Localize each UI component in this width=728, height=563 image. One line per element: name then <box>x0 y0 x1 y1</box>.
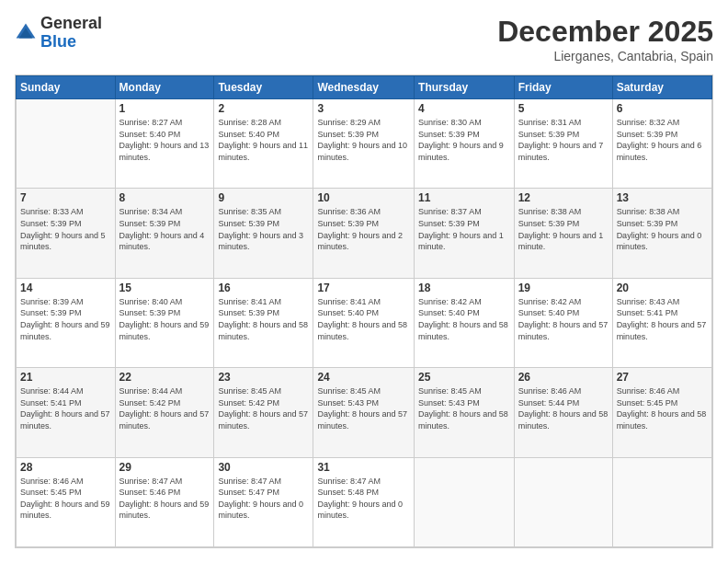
calendar-cell: 11Sunrise: 8:37 AM Sunset: 5:39 PM Dayli… <box>415 189 515 278</box>
calendar-cell: 21Sunrise: 8:44 AM Sunset: 5:41 PM Dayli… <box>17 368 116 457</box>
day-info: Sunrise: 8:36 AM Sunset: 5:39 PM Dayligh… <box>317 206 410 252</box>
calendar-cell: 30Sunrise: 8:47 AM Sunset: 5:47 PM Dayli… <box>214 457 313 546</box>
calendar-cell: 25Sunrise: 8:45 AM Sunset: 5:43 PM Dayli… <box>415 368 515 457</box>
day-number: 23 <box>218 371 309 384</box>
day-number: 15 <box>119 282 210 294</box>
day-number: 7 <box>20 191 111 204</box>
weekday-header-monday: Monday <box>115 76 214 99</box>
calendar-body: 1Sunrise: 8:27 AM Sunset: 5:40 PM Daylig… <box>17 99 712 547</box>
day-number: 13 <box>617 191 708 204</box>
day-info: Sunrise: 8:45 AM Sunset: 5:43 PM Dayligh… <box>317 385 410 431</box>
day-info: Sunrise: 8:37 AM Sunset: 5:39 PM Dayligh… <box>418 206 510 252</box>
day-info: Sunrise: 8:30 AM Sunset: 5:39 PM Dayligh… <box>418 117 510 163</box>
day-number: 5 <box>518 102 609 115</box>
calendar-cell: 14Sunrise: 8:39 AM Sunset: 5:39 PM Dayli… <box>17 278 116 367</box>
calendar-cell: 3Sunrise: 8:29 AM Sunset: 5:39 PM Daylig… <box>313 99 415 189</box>
day-info: Sunrise: 8:33 AM Sunset: 5:39 PM Dayligh… <box>20 206 111 252</box>
calendar-cell: 2Sunrise: 8:28 AM Sunset: 5:40 PM Daylig… <box>214 99 313 189</box>
calendar-cell: 5Sunrise: 8:31 AM Sunset: 5:39 PM Daylig… <box>514 99 612 189</box>
logo-blue: Blue <box>40 33 102 52</box>
day-number: 14 <box>20 282 111 294</box>
calendar-cell: 1Sunrise: 8:27 AM Sunset: 5:40 PM Daylig… <box>115 99 214 189</box>
calendar-cell: 4Sunrise: 8:30 AM Sunset: 5:39 PM Daylig… <box>415 99 515 189</box>
calendar: SundayMondayTuesdayWednesdayThursdayFrid… <box>15 75 713 548</box>
calendar-cell: 6Sunrise: 8:32 AM Sunset: 5:39 PM Daylig… <box>612 99 711 189</box>
logo-icon <box>15 22 37 44</box>
day-info: Sunrise: 8:46 AM Sunset: 5:44 PM Dayligh… <box>518 385 609 431</box>
calendar-table: SundayMondayTuesdayWednesdayThursdayFrid… <box>16 75 712 547</box>
week-row-1: 7Sunrise: 8:33 AM Sunset: 5:39 PM Daylig… <box>17 189 712 278</box>
day-info: Sunrise: 8:45 AM Sunset: 5:43 PM Dayligh… <box>418 385 510 431</box>
day-number: 16 <box>218 282 309 294</box>
weekday-row: SundayMondayTuesdayWednesdayThursdayFrid… <box>17 76 712 99</box>
calendar-cell: 15Sunrise: 8:40 AM Sunset: 5:39 PM Dayli… <box>115 278 214 367</box>
day-info: Sunrise: 8:29 AM Sunset: 5:39 PM Dayligh… <box>317 117 410 163</box>
day-info: Sunrise: 8:47 AM Sunset: 5:48 PM Dayligh… <box>317 476 410 522</box>
calendar-cell <box>514 457 612 546</box>
day-number: 8 <box>119 191 210 204</box>
weekday-header-friday: Friday <box>514 76 612 99</box>
day-number: 17 <box>317 282 410 294</box>
weekday-header-wednesday: Wednesday <box>313 76 415 99</box>
day-info: Sunrise: 8:47 AM Sunset: 5:46 PM Dayligh… <box>119 476 210 522</box>
day-info: Sunrise: 8:47 AM Sunset: 5:47 PM Dayligh… <box>218 476 309 522</box>
logo: General Blue <box>15 15 102 52</box>
day-number: 22 <box>119 371 210 384</box>
day-info: Sunrise: 8:31 AM Sunset: 5:39 PM Dayligh… <box>518 117 609 163</box>
calendar-cell: 24Sunrise: 8:45 AM Sunset: 5:43 PM Dayli… <box>313 368 415 457</box>
calendar-cell: 17Sunrise: 8:41 AM Sunset: 5:40 PM Dayli… <box>313 278 415 367</box>
day-number: 2 <box>218 102 309 115</box>
day-info: Sunrise: 8:42 AM Sunset: 5:40 PM Dayligh… <box>518 296 609 342</box>
weekday-header-saturday: Saturday <box>612 76 711 99</box>
day-info: Sunrise: 8:38 AM Sunset: 5:39 PM Dayligh… <box>518 206 609 252</box>
day-number: 25 <box>418 371 510 384</box>
week-row-3: 21Sunrise: 8:44 AM Sunset: 5:41 PM Dayli… <box>17 368 712 457</box>
day-info: Sunrise: 8:32 AM Sunset: 5:39 PM Dayligh… <box>617 117 708 163</box>
calendar-cell: 13Sunrise: 8:38 AM Sunset: 5:39 PM Dayli… <box>612 189 711 278</box>
calendar-header: SundayMondayTuesdayWednesdayThursdayFrid… <box>17 76 712 99</box>
day-number: 3 <box>317 102 410 115</box>
day-info: Sunrise: 8:41 AM Sunset: 5:39 PM Dayligh… <box>218 296 309 342</box>
day-info: Sunrise: 8:28 AM Sunset: 5:40 PM Dayligh… <box>218 117 309 163</box>
day-number: 21 <box>20 371 111 384</box>
calendar-cell: 16Sunrise: 8:41 AM Sunset: 5:39 PM Dayli… <box>214 278 313 367</box>
day-info: Sunrise: 8:46 AM Sunset: 5:45 PM Dayligh… <box>617 385 708 431</box>
calendar-cell: 31Sunrise: 8:47 AM Sunset: 5:48 PM Dayli… <box>313 457 415 546</box>
calendar-cell <box>612 457 711 546</box>
weekday-header-tuesday: Tuesday <box>214 76 313 99</box>
day-number: 1 <box>119 102 210 115</box>
calendar-cell: 8Sunrise: 8:34 AM Sunset: 5:39 PM Daylig… <box>115 189 214 278</box>
day-number: 31 <box>317 461 410 474</box>
logo-general: General <box>40 15 102 33</box>
calendar-cell: 12Sunrise: 8:38 AM Sunset: 5:39 PM Dayli… <box>514 189 612 278</box>
calendar-cell: 26Sunrise: 8:46 AM Sunset: 5:44 PM Dayli… <box>514 368 612 457</box>
day-number: 6 <box>617 102 708 115</box>
page: General Blue December 2025 Lierganes, Ca… <box>0 0 728 563</box>
day-number: 10 <box>317 191 410 204</box>
day-info: Sunrise: 8:46 AM Sunset: 5:45 PM Dayligh… <box>20 476 111 522</box>
day-info: Sunrise: 8:44 AM Sunset: 5:41 PM Dayligh… <box>20 385 111 431</box>
calendar-cell: 28Sunrise: 8:46 AM Sunset: 5:45 PM Dayli… <box>17 457 116 546</box>
day-number: 29 <box>119 461 210 474</box>
day-number: 4 <box>418 102 510 115</box>
day-number: 9 <box>218 191 309 204</box>
calendar-cell <box>415 457 515 546</box>
calendar-cell: 19Sunrise: 8:42 AM Sunset: 5:40 PM Dayli… <box>514 278 612 367</box>
calendar-cell: 27Sunrise: 8:46 AM Sunset: 5:45 PM Dayli… <box>612 368 711 457</box>
calendar-cell: 10Sunrise: 8:36 AM Sunset: 5:39 PM Dayli… <box>313 189 415 278</box>
day-number: 26 <box>518 371 609 384</box>
day-info: Sunrise: 8:27 AM Sunset: 5:40 PM Dayligh… <box>119 117 210 163</box>
day-number: 24 <box>317 371 410 384</box>
header: General Blue December 2025 Lierganes, Ca… <box>15 15 713 63</box>
calendar-cell: 29Sunrise: 8:47 AM Sunset: 5:46 PM Dayli… <box>115 457 214 546</box>
calendar-cell: 18Sunrise: 8:42 AM Sunset: 5:40 PM Dayli… <box>415 278 515 367</box>
day-number: 20 <box>617 282 708 294</box>
weekday-header-sunday: Sunday <box>17 76 116 99</box>
week-row-0: 1Sunrise: 8:27 AM Sunset: 5:40 PM Daylig… <box>17 99 712 189</box>
day-info: Sunrise: 8:41 AM Sunset: 5:40 PM Dayligh… <box>317 296 410 342</box>
day-info: Sunrise: 8:44 AM Sunset: 5:42 PM Dayligh… <box>119 385 210 431</box>
day-number: 18 <box>418 282 510 294</box>
calendar-cell: 9Sunrise: 8:35 AM Sunset: 5:39 PM Daylig… <box>214 189 313 278</box>
calendar-cell: 23Sunrise: 8:45 AM Sunset: 5:42 PM Dayli… <box>214 368 313 457</box>
calendar-cell: 22Sunrise: 8:44 AM Sunset: 5:42 PM Dayli… <box>115 368 214 457</box>
